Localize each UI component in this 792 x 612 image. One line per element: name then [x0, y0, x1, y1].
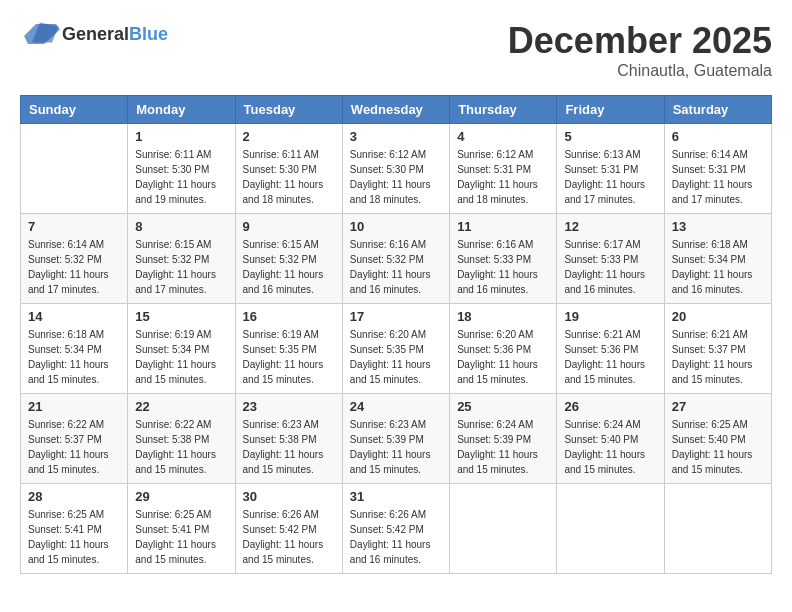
table-row: 24 Sunrise: 6:23 AMSunset: 5:39 PMDaylig… [342, 394, 449, 484]
day-number: 18 [457, 309, 549, 324]
table-row [557, 484, 664, 574]
page-header: GeneralBlue December 2025 Chinautla, Gua… [20, 20, 772, 80]
month-title: December 2025 [508, 20, 772, 62]
day-info: Sunrise: 6:17 AMSunset: 5:33 PMDaylight:… [564, 237, 656, 297]
table-row: 27 Sunrise: 6:25 AMSunset: 5:40 PMDaylig… [664, 394, 771, 484]
table-row: 7 Sunrise: 6:14 AMSunset: 5:32 PMDayligh… [21, 214, 128, 304]
table-row: 18 Sunrise: 6:20 AMSunset: 5:36 PMDaylig… [450, 304, 557, 394]
table-row: 4 Sunrise: 6:12 AMSunset: 5:31 PMDayligh… [450, 124, 557, 214]
day-number: 8 [135, 219, 227, 234]
table-row: 3 Sunrise: 6:12 AMSunset: 5:30 PMDayligh… [342, 124, 449, 214]
day-info: Sunrise: 6:12 AMSunset: 5:30 PMDaylight:… [350, 147, 442, 207]
calendar-week-row: 7 Sunrise: 6:14 AMSunset: 5:32 PMDayligh… [21, 214, 772, 304]
table-row [21, 124, 128, 214]
day-number: 30 [243, 489, 335, 504]
header-monday: Monday [128, 96, 235, 124]
day-info: Sunrise: 6:16 AMSunset: 5:33 PMDaylight:… [457, 237, 549, 297]
day-info: Sunrise: 6:11 AMSunset: 5:30 PMDaylight:… [243, 147, 335, 207]
table-row: 11 Sunrise: 6:16 AMSunset: 5:33 PMDaylig… [450, 214, 557, 304]
header-wednesday: Wednesday [342, 96, 449, 124]
table-row: 13 Sunrise: 6:18 AMSunset: 5:34 PMDaylig… [664, 214, 771, 304]
table-row: 25 Sunrise: 6:24 AMSunset: 5:39 PMDaylig… [450, 394, 557, 484]
header-friday: Friday [557, 96, 664, 124]
table-row: 29 Sunrise: 6:25 AMSunset: 5:41 PMDaylig… [128, 484, 235, 574]
header-tuesday: Tuesday [235, 96, 342, 124]
calendar-week-row: 1 Sunrise: 6:11 AMSunset: 5:30 PMDayligh… [21, 124, 772, 214]
day-info: Sunrise: 6:20 AMSunset: 5:35 PMDaylight:… [350, 327, 442, 387]
day-number: 3 [350, 129, 442, 144]
logo-general: General [62, 24, 129, 44]
day-info: Sunrise: 6:13 AMSunset: 5:31 PMDaylight:… [564, 147, 656, 207]
day-info: Sunrise: 6:25 AMSunset: 5:40 PMDaylight:… [672, 417, 764, 477]
day-info: Sunrise: 6:20 AMSunset: 5:36 PMDaylight:… [457, 327, 549, 387]
day-number: 25 [457, 399, 549, 414]
day-info: Sunrise: 6:19 AMSunset: 5:34 PMDaylight:… [135, 327, 227, 387]
logo-blue: Blue [129, 24, 168, 44]
day-info: Sunrise: 6:25 AMSunset: 5:41 PMDaylight:… [135, 507, 227, 567]
table-row: 22 Sunrise: 6:22 AMSunset: 5:38 PMDaylig… [128, 394, 235, 484]
table-row: 2 Sunrise: 6:11 AMSunset: 5:30 PMDayligh… [235, 124, 342, 214]
logo-icon [20, 20, 60, 48]
day-number: 15 [135, 309, 227, 324]
location: Chinautla, Guatemala [508, 62, 772, 80]
header-saturday: Saturday [664, 96, 771, 124]
day-number: 1 [135, 129, 227, 144]
day-number: 14 [28, 309, 120, 324]
day-info: Sunrise: 6:22 AMSunset: 5:37 PMDaylight:… [28, 417, 120, 477]
header-sunday: Sunday [21, 96, 128, 124]
table-row: 23 Sunrise: 6:23 AMSunset: 5:38 PMDaylig… [235, 394, 342, 484]
title-block: December 2025 Chinautla, Guatemala [508, 20, 772, 80]
table-row: 9 Sunrise: 6:15 AMSunset: 5:32 PMDayligh… [235, 214, 342, 304]
header-thursday: Thursday [450, 96, 557, 124]
table-row: 16 Sunrise: 6:19 AMSunset: 5:35 PMDaylig… [235, 304, 342, 394]
day-number: 11 [457, 219, 549, 234]
day-number: 27 [672, 399, 764, 414]
day-number: 31 [350, 489, 442, 504]
day-info: Sunrise: 6:15 AMSunset: 5:32 PMDaylight:… [135, 237, 227, 297]
day-info: Sunrise: 6:25 AMSunset: 5:41 PMDaylight:… [28, 507, 120, 567]
day-info: Sunrise: 6:21 AMSunset: 5:36 PMDaylight:… [564, 327, 656, 387]
logo: GeneralBlue [20, 20, 168, 48]
day-number: 17 [350, 309, 442, 324]
table-row: 28 Sunrise: 6:25 AMSunset: 5:41 PMDaylig… [21, 484, 128, 574]
day-number: 29 [135, 489, 227, 504]
day-info: Sunrise: 6:18 AMSunset: 5:34 PMDaylight:… [28, 327, 120, 387]
table-row: 19 Sunrise: 6:21 AMSunset: 5:36 PMDaylig… [557, 304, 664, 394]
table-row: 14 Sunrise: 6:18 AMSunset: 5:34 PMDaylig… [21, 304, 128, 394]
day-info: Sunrise: 6:14 AMSunset: 5:31 PMDaylight:… [672, 147, 764, 207]
day-number: 4 [457, 129, 549, 144]
day-info: Sunrise: 6:24 AMSunset: 5:39 PMDaylight:… [457, 417, 549, 477]
day-number: 20 [672, 309, 764, 324]
day-info: Sunrise: 6:12 AMSunset: 5:31 PMDaylight:… [457, 147, 549, 207]
day-number: 19 [564, 309, 656, 324]
table-row: 21 Sunrise: 6:22 AMSunset: 5:37 PMDaylig… [21, 394, 128, 484]
day-info: Sunrise: 6:18 AMSunset: 5:34 PMDaylight:… [672, 237, 764, 297]
calendar-header-row: Sunday Monday Tuesday Wednesday Thursday… [21, 96, 772, 124]
day-number: 21 [28, 399, 120, 414]
table-row: 1 Sunrise: 6:11 AMSunset: 5:30 PMDayligh… [128, 124, 235, 214]
day-info: Sunrise: 6:15 AMSunset: 5:32 PMDaylight:… [243, 237, 335, 297]
table-row: 15 Sunrise: 6:19 AMSunset: 5:34 PMDaylig… [128, 304, 235, 394]
day-number: 9 [243, 219, 335, 234]
table-row [450, 484, 557, 574]
day-number: 23 [243, 399, 335, 414]
day-number: 6 [672, 129, 764, 144]
table-row: 30 Sunrise: 6:26 AMSunset: 5:42 PMDaylig… [235, 484, 342, 574]
day-info: Sunrise: 6:26 AMSunset: 5:42 PMDaylight:… [243, 507, 335, 567]
day-number: 13 [672, 219, 764, 234]
day-number: 24 [350, 399, 442, 414]
table-row [664, 484, 771, 574]
table-row: 6 Sunrise: 6:14 AMSunset: 5:31 PMDayligh… [664, 124, 771, 214]
day-number: 28 [28, 489, 120, 504]
day-number: 26 [564, 399, 656, 414]
calendar-week-row: 28 Sunrise: 6:25 AMSunset: 5:41 PMDaylig… [21, 484, 772, 574]
day-number: 5 [564, 129, 656, 144]
day-info: Sunrise: 6:22 AMSunset: 5:38 PMDaylight:… [135, 417, 227, 477]
day-info: Sunrise: 6:24 AMSunset: 5:40 PMDaylight:… [564, 417, 656, 477]
day-info: Sunrise: 6:19 AMSunset: 5:35 PMDaylight:… [243, 327, 335, 387]
day-info: Sunrise: 6:23 AMSunset: 5:38 PMDaylight:… [243, 417, 335, 477]
day-number: 12 [564, 219, 656, 234]
day-number: 7 [28, 219, 120, 234]
day-info: Sunrise: 6:11 AMSunset: 5:30 PMDaylight:… [135, 147, 227, 207]
day-info: Sunrise: 6:16 AMSunset: 5:32 PMDaylight:… [350, 237, 442, 297]
